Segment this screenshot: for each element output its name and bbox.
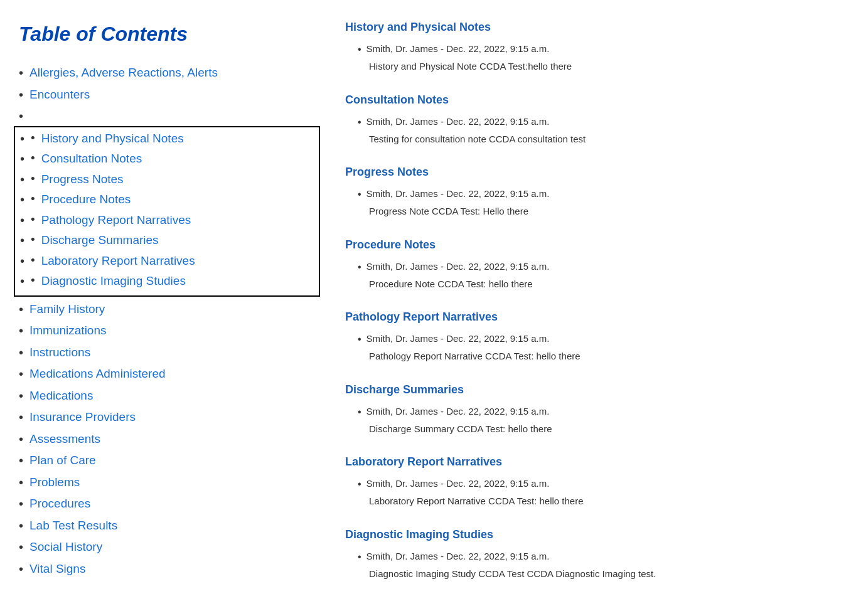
toc-link[interactable]: Procedure Notes [41,191,131,209]
toc-list-item[interactable]: Medications [19,387,320,405]
content-section: Procedure Notes•Smith, Dr. James - Dec. … [345,236,837,292]
entry-bullet-icon: • [358,550,361,565]
toc-link[interactable]: Assessments [29,430,100,449]
toc-bordered-list-item[interactable]: •Laboratory Report Narratives [20,252,314,270]
toc-bordered-list-item[interactable]: •Procedure Notes [20,191,314,209]
entry-meta: Smith, Dr. James - Dec. 22, 2022, 9:15 a… [366,115,550,129]
section-title: Procedure Notes [345,236,837,253]
entry-meta: Smith, Dr. James - Dec. 22, 2022, 9:15 a… [366,42,550,56]
entry-header: •Smith, Dr. James - Dec. 22, 2022, 9:15 … [358,187,837,202]
toc-column: Table of Contents Allergies, Adverse Rea… [19,13,320,603]
content-section: History and Physical Notes•Smith, Dr. Ja… [345,19,837,74]
section-title: Diagnostic Imaging Studies [345,526,837,543]
toc-link[interactable]: Procedures [29,495,90,513]
toc-link[interactable]: Immunizations [29,322,107,340]
content-section: Progress Notes•Smith, Dr. James - Dec. 2… [345,164,837,219]
toc-link[interactable]: Family History [29,300,105,319]
toc-link[interactable]: Instructions [29,344,90,362]
toc-link[interactable]: Social History [29,538,102,556]
entry-meta: Smith, Dr. James - Dec. 22, 2022, 9:15 a… [366,187,550,201]
section-entry: •Smith, Dr. James - Dec. 22, 2022, 9:15 … [358,477,837,509]
toc-list-item[interactable]: Vital Signs [19,560,320,578]
entry-header: •Smith, Dr. James - Dec. 22, 2022, 9:15 … [358,260,837,275]
toc-bordered-list-item[interactable]: •Consultation Notes [20,150,314,168]
toc-link[interactable]: Laboratory Report Narratives [41,252,195,270]
toc-list-item[interactable]: Social History [19,538,320,556]
bullet-icon: • [31,150,35,167]
entry-description: Laboratory Report Narrative CCDA Test: h… [369,494,837,509]
entry-header: •Smith, Dr. James - Dec. 22, 2022, 9:15 … [358,115,837,130]
entry-description: Discharge Summary CCDA Test: hello there [369,422,837,437]
toc-link[interactable]: Diagnostic Imaging Studies [41,272,186,290]
toc-link[interactable]: Vital Signs [29,560,85,578]
toc-link[interactable]: Discharge Summaries [41,231,159,250]
toc-bordered-list-item[interactable]: •Diagnostic Imaging Studies [20,272,314,290]
toc-link[interactable]: Medications Administered [29,365,166,383]
entry-description: Progress Note CCDA Test: Hello there [369,204,837,219]
section-entry: •Smith, Dr. James - Dec. 22, 2022, 9:15 … [358,42,837,74]
content-section: Diagnostic Imaging Studies•Smith, Dr. Ja… [345,526,837,581]
toc-link[interactable]: Problems [29,474,80,492]
toc-list-item[interactable]: Procedures [19,495,320,513]
entry-description: Pathology Report Narrative CCDA Test: he… [369,349,837,364]
entry-header: •Smith, Dr. James - Dec. 22, 2022, 9:15 … [358,477,837,492]
toc-link[interactable]: Lab Test Results [29,517,117,535]
section-entry: •Smith, Dr. James - Dec. 22, 2022, 9:15 … [358,550,837,581]
content-section: Consultation Notes•Smith, Dr. James - De… [345,92,837,147]
entry-bullet-icon: • [358,187,361,202]
toc-list-item[interactable]: Family History [19,300,320,319]
toc-list-item[interactable]: Assessments [19,430,320,449]
toc-list: Allergies, Adverse Reactions, AlertsEnco… [19,64,320,578]
entry-header: •Smith, Dr. James - Dec. 22, 2022, 9:15 … [358,550,837,565]
toc-list-item[interactable]: Allergies, Adverse Reactions, Alerts [19,64,320,82]
entry-description: Procedure Note CCDA Test: hello there [369,277,837,292]
toc-bordered-list-item[interactable]: •Progress Notes [20,171,314,189]
entry-meta: Smith, Dr. James - Dec. 22, 2022, 9:15 a… [366,332,550,346]
entry-bullet-icon: • [358,115,361,130]
toc-link[interactable]: Progress Notes [41,171,124,189]
toc-bordered-list-item[interactable]: •Pathology Report Narratives [20,211,314,230]
toc-link[interactable]: Plan of Care [29,452,96,470]
entry-header: •Smith, Dr. James - Dec. 22, 2022, 9:15 … [358,42,837,57]
page-container: Table of Contents Allergies, Adverse Rea… [0,0,856,616]
bullet-icon: • [31,272,35,289]
toc-list-item[interactable]: Medications Administered [19,365,320,383]
toc-list-item[interactable]: Immunizations [19,322,320,340]
toc-list-item[interactable]: Plan of Care [19,452,320,470]
entry-bullet-icon: • [358,42,361,57]
toc-link[interactable]: Medications [29,387,93,405]
toc-link[interactable]: Encounters [29,86,90,104]
entry-bullet-icon: • [358,260,361,275]
toc-link[interactable]: Allergies, Adverse Reactions, Alerts [29,64,218,82]
section-entry: •Smith, Dr. James - Dec. 22, 2022, 9:15 … [358,405,837,437]
entry-bullet-icon: • [358,332,361,347]
section-title: Consultation Notes [345,92,837,109]
entry-meta: Smith, Dr. James - Dec. 22, 2022, 9:15 a… [366,550,550,564]
section-title: Discharge Summaries [345,381,837,398]
entry-meta: Smith, Dr. James - Dec. 22, 2022, 9:15 a… [366,405,550,419]
toc-bordered-list-item[interactable]: •Discharge Summaries [20,231,314,250]
toc-list-item[interactable]: Problems [19,474,320,492]
entry-bullet-icon: • [358,405,361,420]
toc-link[interactable]: Consultation Notes [41,150,142,168]
entry-description: History and Physical Note CCDA Test:hell… [369,60,837,74]
toc-link[interactable]: History and Physical Notes [41,130,184,148]
content-section: Pathology Report Narratives•Smith, Dr. J… [345,309,837,364]
entry-description: Diagnostic Imaging Study CCDA Test CCDA … [369,567,837,581]
section-entry: •Smith, Dr. James - Dec. 22, 2022, 9:15 … [358,115,837,147]
toc-list-item[interactable]: Encounters [19,86,320,104]
toc-link[interactable]: Insurance Providers [29,408,136,427]
entry-header: •Smith, Dr. James - Dec. 22, 2022, 9:15 … [358,332,837,347]
toc-title: Table of Contents [19,19,320,49]
toc-bordered-list-item[interactable]: •History and Physical Notes [20,130,314,148]
entry-description: Testing for consultation note CCDA consu… [369,132,837,147]
entry-bullet-icon: • [358,477,361,492]
toc-list-item[interactable]: Insurance Providers [19,408,320,427]
toc-list-item[interactable]: Lab Test Results [19,517,320,535]
bullet-icon: • [31,130,35,147]
content-section: Laboratory Report Narratives•Smith, Dr. … [345,454,837,509]
content-section: Discharge Summaries•Smith, Dr. James - D… [345,381,837,437]
toc-link[interactable]: Pathology Report Narratives [41,211,191,230]
toc-bordered-inner-list: •History and Physical Notes•Consultation… [20,130,314,290]
toc-list-item[interactable]: Instructions [19,344,320,362]
